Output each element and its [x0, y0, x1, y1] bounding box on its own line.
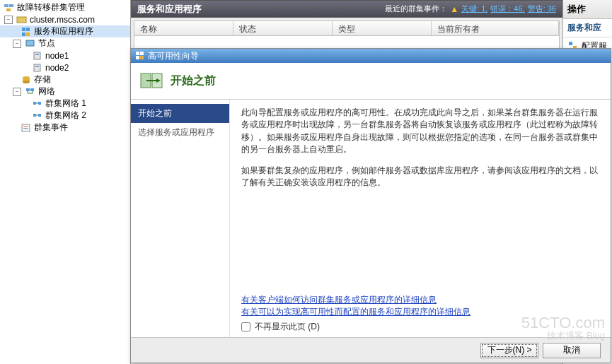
- tree-net1-label: 群集网络 1: [45, 98, 86, 110]
- svg-rect-24: [22, 124, 30, 131]
- svg-rect-22: [38, 114, 41, 117]
- recent-events-label: 最近的群集事件：: [385, 4, 447, 14]
- nodes-icon: [25, 39, 36, 49]
- wizard-footer: 下一步(N) > 取消: [131, 337, 611, 363]
- svg-rect-17: [30, 88, 34, 91]
- link-warning[interactable]: 警告: 36: [528, 4, 556, 14]
- tree-storage-label: 存储: [34, 74, 51, 86]
- wizard-links: 有关客户端如何访问群集服务或应用程序的详细信息 有关可以为实现高可用性而配置的服…: [241, 294, 599, 318]
- wizard-nav-step-select[interactable]: 选择服务或应用程序: [131, 123, 229, 142]
- wizard-title-text: 高可用性向导: [148, 50, 199, 62]
- network-item-icon: [32, 111, 43, 121]
- tree-events[interactable]: 群集事件: [0, 122, 130, 134]
- svg-rect-19: [38, 102, 41, 105]
- svg-rect-12: [35, 66, 39, 67]
- warning-icon: ▲: [450, 4, 458, 14]
- tree-networks-label: 网络: [38, 86, 55, 98]
- server-icon: [32, 51, 43, 61]
- wizard-titlebar[interactable]: 高可用性向导: [131, 49, 611, 63]
- svg-rect-32: [140, 56, 144, 59]
- tree-net1[interactable]: 群集网络 1: [0, 98, 130, 110]
- tree-nodes-label: 节点: [38, 37, 55, 49]
- wizard-header: 开始之前: [131, 63, 611, 100]
- svg-rect-31: [136, 56, 139, 59]
- expander-icon[interactable]: −: [13, 40, 21, 48]
- tree-services-apps[interactable]: 服务和应用程序: [0, 25, 130, 37]
- tree-net2-label: 群集网络 2: [45, 110, 86, 122]
- wizard-link-clients[interactable]: 有关客户端如何访问群集服务或应用程序的详细信息: [241, 294, 599, 306]
- expander-icon[interactable]: −: [13, 88, 21, 96]
- svg-rect-30: [140, 52, 144, 55]
- tree-storage[interactable]: 存储: [0, 74, 130, 86]
- svg-rect-7: [26, 33, 30, 36]
- cancel-button[interactable]: 取消: [543, 343, 601, 358]
- tree-root-label: 故障转移群集管理: [17, 1, 85, 13]
- wizard-dontshow-checkbox[interactable]: [241, 322, 250, 331]
- tree-cluster-label: cluster.mscs.com: [30, 15, 95, 25]
- actions-subhead: 服务和应: [563, 19, 612, 37]
- col-header-state[interactable]: 状态: [233, 21, 333, 35]
- svg-rect-16: [26, 88, 30, 91]
- svg-rect-29: [136, 52, 139, 55]
- wizard-dontshow-label: 不再显示此页 (D): [255, 321, 320, 333]
- svg-rect-11: [34, 64, 40, 71]
- tree-cluster[interactable]: − cluster.mscs.com: [0, 13, 130, 25]
- wizard-nav: 开始之前 选择服务或应用程序: [131, 100, 230, 337]
- wizard-content: 此向导配置服务或应用程序的高可用性。在成功完成此向导之后，如果某台群集服务器在运…: [230, 100, 611, 337]
- table-header-row: 名称 状态 类型 当前所有者: [134, 20, 560, 36]
- wizard-para-2: 如果要群集复杂的应用程序，例如邮件服务器或数据库应用程序，请参阅该应用程序的文档…: [241, 165, 599, 189]
- wizard-heading-text: 开始之前: [171, 74, 216, 88]
- wizard-dontshow-row: 不再显示此页 (D): [241, 321, 599, 333]
- tree-node1-label: node1: [45, 51, 69, 61]
- recent-events: 最近的群集事件： ▲ 关键: 1, 错误：46, 警告: 36: [385, 4, 556, 14]
- col-header-owner[interactable]: 当前所有者: [432, 21, 559, 35]
- svg-rect-5: [26, 28, 30, 31]
- svg-rect-18: [33, 102, 36, 105]
- wizard-para-1: 此向导配置服务或应用程序的高可用性。在成功完成此向导之后，如果某台群集服务器在运…: [241, 107, 599, 156]
- tree-node2-label: node2: [45, 63, 69, 73]
- main-header-title: 服务和应用程序: [137, 3, 202, 16]
- storage-icon: [21, 75, 32, 85]
- tree-panel[interactable]: 故障转移群集管理 − cluster.mscs.com 服务和应用程序 − 节点: [0, 0, 131, 364]
- main-header: 服务和应用程序 最近的群集事件： ▲ 关键: 1, 错误：46, 警告: 36: [131, 0, 562, 18]
- link-critical[interactable]: 关键: 1,: [461, 4, 487, 14]
- svg-rect-2: [6, 8, 11, 11]
- tree-net2[interactable]: 群集网络 2: [0, 110, 130, 122]
- wizard-heading-icon: [139, 69, 163, 93]
- svg-rect-27: [569, 42, 572, 45]
- wizard-link-ha-configure[interactable]: 有关可以为实现高可用性而配置的服务和应用程序的详细信息: [241, 306, 599, 318]
- tree-node2[interactable]: node2: [0, 61, 130, 74]
- svg-rect-10: [35, 54, 39, 55]
- actions-header: 操作: [563, 0, 612, 19]
- services-apps-icon: [21, 27, 32, 37]
- svg-rect-1: [9, 4, 13, 7]
- svg-rect-9: [34, 52, 40, 59]
- svg-rect-4: [22, 28, 25, 31]
- network-icon: [25, 87, 36, 97]
- cluster-icon: [16, 15, 28, 25]
- col-header-name[interactable]: 名称: [134, 21, 233, 35]
- tree-events-label: 群集事件: [34, 122, 68, 134]
- tree-services-apps-label: 服务和应用程序: [34, 25, 93, 37]
- svg-rect-8: [26, 40, 34, 46]
- svg-rect-21: [33, 114, 36, 117]
- cluster-icon: [4, 3, 15, 13]
- network-item-icon: [32, 99, 43, 109]
- tree-nodes[interactable]: − 节点: [0, 37, 130, 49]
- next-button[interactable]: 下一步(N) >: [480, 343, 538, 358]
- events-icon: [21, 123, 32, 133]
- tree-root[interactable]: 故障转移群集管理: [0, 1, 130, 13]
- wizard-nav-step-before[interactable]: 开始之前: [131, 104, 229, 123]
- tree-node1[interactable]: node1: [0, 49, 130, 61]
- tree-networks[interactable]: − 网络: [0, 86, 130, 98]
- ha-wizard-window: 高可用性向导 开始之前 开始之前 选择服务或应用程序 此向导配置服务或应用程序的…: [130, 48, 611, 363]
- svg-rect-0: [4, 4, 8, 7]
- link-error[interactable]: 错误：46,: [490, 4, 524, 14]
- server-icon: [32, 63, 43, 73]
- wizard-window-icon: [135, 51, 145, 61]
- svg-rect-3: [17, 17, 26, 23]
- svg-rect-6: [22, 33, 25, 36]
- svg-point-15: [23, 81, 30, 83]
- col-header-type[interactable]: 类型: [333, 21, 432, 35]
- expander-icon[interactable]: −: [4, 16, 13, 24]
